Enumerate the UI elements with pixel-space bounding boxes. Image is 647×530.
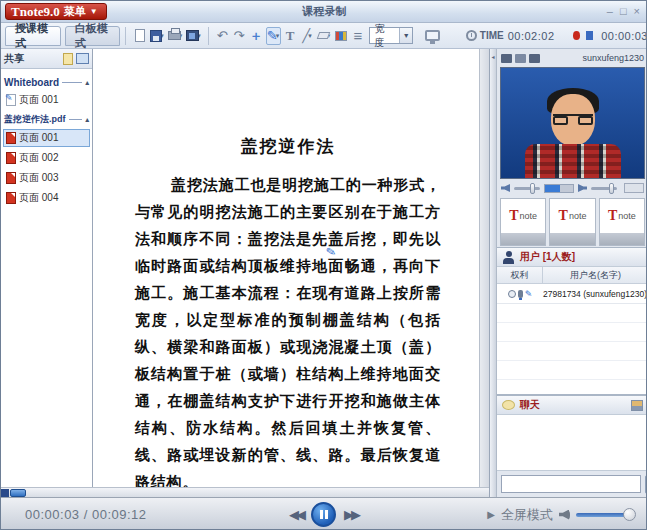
video-username: sunxufeng1230 [582,53,644,63]
scrollbar-thumb[interactable] [10,489,26,497]
camera-right-icon[interactable] [508,290,516,298]
tree-item-pdf-page-4[interactable]: 页面 004 [3,189,90,207]
user-row-empty [497,361,647,380]
sidebar-header-label: 共享 [4,52,24,66]
video-settings-icon[interactable] [501,54,512,63]
eraser-icon [316,32,330,39]
eraser-tool-button[interactable]: ▾ [317,27,332,45]
panel-collapse-strip[interactable]: ◂ [490,49,497,497]
pen-right-icon[interactable]: ✎ [525,289,533,299]
tab-lecture-mode[interactable]: 授课模式 [5,26,61,46]
tree-group-pdf[interactable]: 盖挖逆作法.pdf ▴ [4,113,89,126]
tree-item-pdf-page-2[interactable]: 页面 002 [3,149,90,167]
text-tool-button[interactable]: T [283,27,298,45]
audio-controls [497,179,647,197]
tree-item-pdf-page-3[interactable]: 页面 003 [3,169,90,187]
fullscreen-button[interactable]: 全屏模式 [501,506,553,524]
pen-annotation-mark: ✎ [325,244,337,260]
monitor-button[interactable] [424,27,441,45]
volume-icon[interactable] [559,510,569,520]
annotated-page-icon [6,94,16,106]
new-page-icon [135,29,145,42]
scroll-left-button[interactable] [1,489,9,497]
video-slot-bar [600,233,644,245]
document-text: 盖挖逆作法 盖挖法施工也是明挖施工的一种形式，与常见的明挖法施工的主要区别在于施… [135,135,441,487]
board-icon[interactable] [76,53,89,64]
video-slots: Tnote Tnote Tnote [497,197,647,247]
pan-tool-button[interactable]: ＋ [249,27,264,45]
tree-item-whiteboard-page[interactable]: 页面 001 [3,91,90,109]
stop-icon[interactable] [586,31,593,40]
video-swap-icon[interactable] [515,54,526,63]
line-tool-button[interactable]: ╱▾ [300,27,315,45]
document-horizontal-scrollbar[interactable] [1,487,489,497]
new-page-button[interactable] [132,27,147,45]
chat-section-header[interactable]: 聊天 [497,395,647,415]
chat-input-row: 发送 [497,471,647,497]
users-section-header[interactable]: 用户 [1人数] [497,247,647,267]
volume-slider[interactable] [576,513,634,517]
chevron-down-icon: ▾ [276,32,280,40]
collapse-icon[interactable]: ▴ [85,79,89,87]
color-palette-button[interactable] [334,27,349,45]
tree-group-whiteboard[interactable]: Whiteboard ▴ [4,77,89,88]
col-rights: 权利 [497,267,543,283]
video-slot[interactable]: Tnote [549,198,595,246]
volume-slider-knob[interactable] [623,508,636,521]
video-slot[interactable]: Tnote [500,198,546,246]
pause-button[interactable] [311,502,336,527]
mic-right-icon[interactable] [518,290,523,298]
undo-button[interactable]: ↶ [215,27,230,45]
document-body: 盖挖法施工也是明挖施工的一种形式，与常见的明挖法施工的主要区别在于施工方法和顺序… [135,172,441,487]
mic-volume-slider[interactable] [514,187,540,190]
clock-icon [466,30,477,41]
users-header-label: 用户 [1人数] [520,250,575,264]
user-row[interactable]: ✎ 27981734 (sunxufeng1230) [497,284,647,304]
right-panel: ◂ sunxufeng1230 [489,49,647,497]
menu-label: 菜单 [64,4,86,19]
app-window: Tnote9.0 菜单 ▼ 课程录制 – □ × 授课模式 白板模式 ▾ ▾ ▾… [0,0,647,530]
print-icon [168,31,181,40]
print-button[interactable]: ▾ [167,27,184,45]
fast-forward-button[interactable]: ▶▶ [344,507,358,522]
video-slot[interactable]: Tnote [599,198,645,246]
tnote-logo: Tnote [501,199,545,233]
redo-button[interactable]: ↷ [232,27,247,45]
document-canvas[interactable]: 盖挖逆作法 盖挖法施工也是明挖施工的一种形式，与常见的明挖法施工的主要区别在于施… [93,49,479,487]
divider [62,82,82,83]
tree-item-label: 页面 001 [19,131,58,145]
redo-icon: ↷ [234,28,245,43]
document-vertical-scrollbar[interactable] [479,49,489,487]
save-button[interactable]: ▾ [149,27,165,45]
video-detach-icon[interactable] [529,54,540,63]
zoom-select[interactable]: 宽度 ▼ [369,27,412,44]
close-button[interactable]: × [634,6,640,17]
tab-whiteboard-mode[interactable]: 白板模式 [65,26,121,46]
record-time-value: 00:02:02 [508,30,555,42]
tree-group-label: 盖挖逆作法.pdf [4,113,66,126]
chat-input[interactable] [501,475,641,493]
import-media-button[interactable]: ▾ [185,27,202,45]
app-menu-button[interactable]: Tnote9.0 菜单 ▼ [5,3,107,20]
chat-settings-icon[interactable] [631,400,643,411]
users-table: 权利 用户名(名字) ✎ 27981734 (sunxufeng1230) [497,267,647,395]
save-icon [150,30,162,42]
chat-message-area[interactable] [497,415,647,471]
speaker-volume-slider[interactable] [591,187,617,190]
video-slot-bar [501,233,545,245]
col-username: 用户名(名字) [543,267,647,283]
sidebar-header: 共享 [1,49,92,69]
webcam-video[interactable] [500,67,645,179]
playback-bar: 00:00:03 / 00:09:12 ◀◀ ▶▶ ▶ 全屏模式 [1,497,647,530]
rewind-button[interactable]: ◀◀ [289,507,303,522]
maximize-button[interactable]: □ [620,6,627,17]
line-thickness-button[interactable]: ≡ [350,27,365,45]
tnote-logo: Tnote [550,199,594,233]
tree-item-pdf-page-1[interactable]: 页面 001 [3,129,90,147]
note-page-icon[interactable] [63,53,73,65]
avatar [553,114,593,123]
record-icon[interactable] [573,31,580,40]
minimize-button[interactable]: – [607,6,613,17]
collapse-icon[interactable]: ▴ [85,116,89,124]
pen-tool-button[interactable]: ✎▾ [266,27,281,45]
